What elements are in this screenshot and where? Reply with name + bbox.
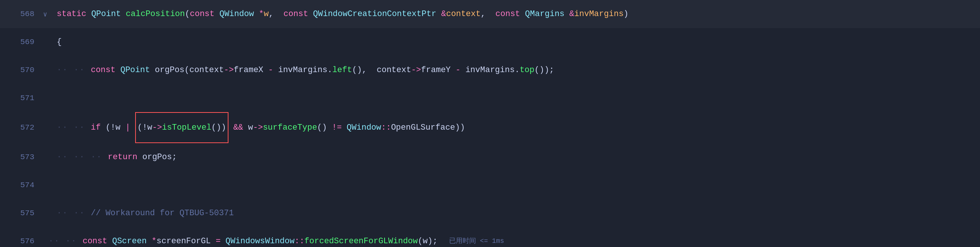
open-brace: { (57, 28, 62, 56)
type-qwccp: QWindowCreationContextPtr (313, 0, 441, 28)
line-number-568: 568 (14, 10, 34, 18)
punct: (! (106, 113, 115, 142)
excl: (! (137, 113, 147, 142)
code-line-573: 573 ·· ·· ·· return orgPos; (0, 143, 980, 171)
line-number-570: 570 (14, 66, 34, 74)
var-w: w (423, 237, 428, 246)
kw-const: const (91, 56, 120, 84)
var-context: context (189, 56, 224, 84)
code-editor: 568 ∨ static QPoint calcPosition(const Q… (0, 0, 980, 247)
line-content-569: { (49, 28, 980, 56)
indent-dots-573: ·· ·· ·· (57, 143, 108, 171)
method-forcedscreenforglwindow: forcedScreenForGLWindow (304, 237, 418, 246)
code-line-570: 570 ·· ·· const QPoint orgPos(context->f… (0, 56, 980, 84)
code-line-572: 572 ·· ·· if (!w | (!w->isTopLevel()) &&… (0, 112, 980, 143)
line-content-576: ·· ·· const QScreen *screenForGL = QWind… (41, 227, 980, 247)
var-w3: w (248, 113, 253, 142)
kw-const2: const (283, 0, 313, 28)
gutter-569: 569 (0, 38, 41, 46)
code-line-575: 575 ·· ·· // Workaround for QTBUG-50371 (0, 199, 980, 227)
type-qscreen: QScreen (112, 227, 151, 247)
method-istoplevel: isTopLevel (162, 113, 211, 142)
line-number-575: 575 (14, 209, 34, 217)
indent-dots-576: ·· ·· (49, 227, 83, 247)
punct2: (), context (352, 56, 411, 84)
kw-if: if (91, 113, 106, 142)
op-and: && (229, 113, 248, 142)
method-left: left (332, 56, 352, 84)
marker-568: ∨ (41, 10, 49, 18)
line-content-573: ·· ·· ·· return orgPos; (49, 143, 980, 171)
line-content-572: ·· ·· if (!w | (!w->isTopLevel()) && w->… (49, 112, 980, 143)
var-w2: w (147, 113, 152, 142)
kw-const: const (83, 227, 112, 247)
gutter-574: 574 (0, 181, 41, 190)
fold-icon-568[interactable]: ∨ (43, 10, 48, 18)
type-qpoint: QPoint (120, 56, 154, 84)
gutter-568: 568 (0, 10, 41, 18)
ref2: & (570, 0, 574, 28)
code-line-571: 571 (0, 84, 980, 112)
op-pipe: | (126, 113, 135, 142)
type-qpoint: QPoint (91, 0, 126, 28)
type-qwindow: QWindow (347, 113, 381, 142)
close-parens: ()); (535, 56, 554, 84)
line-number-571: 571 (14, 94, 34, 102)
dot: . (328, 56, 332, 84)
param-context: context (446, 0, 480, 28)
punct: ( (185, 56, 189, 84)
line-number-573: 573 (14, 153, 34, 161)
line-content-570: ·· ·· const QPoint orgPos(context->frame… (49, 56, 980, 84)
method-surfacetype: surfaceType (263, 113, 317, 142)
highlight-box-istoplevel: (!w->isTopLevel()) (135, 112, 229, 143)
call-parens: ( (418, 237, 423, 246)
var-screenforgl: screenForGL (156, 227, 215, 247)
semi: ; (172, 143, 177, 171)
kw-const3: const (495, 0, 525, 28)
gutter-570: 570 (0, 66, 41, 74)
timer-badge-576: 已用时间 <= 1ms (445, 227, 504, 247)
line-content-571 (49, 84, 980, 112)
keyword-static: static (57, 0, 91, 28)
gutter-575: 575 (0, 209, 41, 217)
line-content-574 (49, 171, 980, 199)
kw-const: const (190, 0, 219, 28)
punct: ( (185, 0, 190, 28)
var-invmargins2: invMargins (466, 56, 515, 84)
indent-dots-572: ·· ·· (57, 113, 91, 142)
var-w: w (115, 113, 125, 142)
line-content-575: ·· ·· // Workaround for QTBUG-50371 (49, 199, 980, 227)
arrow2: -> (253, 113, 263, 142)
arrow-marker-576: ► (0, 236, 0, 247)
comment-575: // Workaround for QTBUG-50371 (91, 199, 234, 227)
code-line-574: 574 (0, 171, 980, 199)
arrow2: -> (411, 56, 421, 84)
op-minus: - (269, 56, 278, 84)
code-line-576: 576 ► ·· ·· const QScreen *screenForGL =… (0, 227, 980, 247)
type-qmargins: QMargins (525, 0, 570, 28)
kw-return: return (108, 143, 142, 171)
underline-call: QWindowsWindow::forcedScreenForGLWindow(… (226, 227, 433, 247)
type-qwindow: QWindow (220, 0, 259, 28)
type-qwindowswindow: QWindowsWindow (226, 237, 294, 246)
var-openglsurface: OpenGLSurface (391, 113, 455, 142)
close-call: ) (428, 237, 432, 246)
dot2: . (515, 56, 520, 84)
param-w: w (264, 0, 269, 28)
indent-dots-575: ·· ·· (57, 199, 91, 227)
param-invmargins: invMargins (574, 0, 624, 28)
close-paren: ) (624, 0, 628, 28)
var-invmargins: invMargins (278, 56, 328, 84)
op-assign: = (216, 227, 226, 247)
var-orgpos: orgPos (142, 143, 172, 171)
line-content-568: static QPoint calcPosition(const QWindow… (49, 0, 980, 28)
scope: :: (381, 113, 391, 142)
close-parens: )) (455, 113, 465, 142)
ptr: * (259, 0, 264, 28)
line-number-569: 569 (14, 38, 34, 46)
var-framex: frameX (234, 56, 268, 84)
semi: ; (433, 227, 438, 247)
indent-dots-570: ·· ·· (57, 56, 91, 84)
line-number-572: 572 (14, 123, 34, 132)
method-top: top (520, 56, 535, 84)
